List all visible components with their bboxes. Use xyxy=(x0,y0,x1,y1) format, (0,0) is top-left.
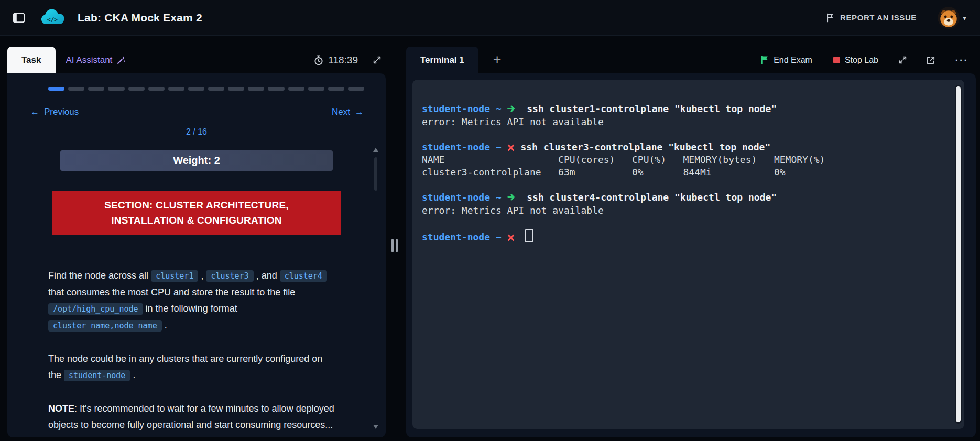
section-banner: SECTION: CLUSTER ARCHITECTURE, INSTALLAT… xyxy=(52,191,341,235)
tab-terminal-1[interactable]: Terminal 1 xyxy=(406,47,478,73)
terminal-line xyxy=(422,179,937,191)
terminal-cursor xyxy=(525,229,533,242)
chevron-down-icon: ▾ xyxy=(963,14,966,22)
progress-segment[interactable] xyxy=(288,87,304,91)
tab-task[interactable]: Task xyxy=(7,47,56,73)
progress-segment[interactable] xyxy=(228,87,244,91)
stop-lab-label: Stop Lab xyxy=(845,56,878,65)
inline-code-chip: /opt/high_cpu_node xyxy=(48,303,143,315)
previous-label: Previous xyxy=(44,107,79,117)
more-options-button[interactable]: ⋯ xyxy=(952,51,971,69)
task-tab-bar: Task AI Assistant 118:39 xyxy=(7,47,386,73)
terminal-line: student-node ~ xyxy=(422,229,937,244)
prompt-host: student-node xyxy=(422,231,490,242)
open-new-window-button[interactable] xyxy=(924,53,938,67)
avatar-button[interactable]: ▾ xyxy=(934,6,970,29)
expand-icon xyxy=(373,56,382,64)
terminal-window[interactable]: student-node ~ ssh cluster1-controlplane… xyxy=(412,80,964,429)
expand-terminal-button[interactable] xyxy=(896,53,909,67)
prompt-error-x-icon xyxy=(507,144,515,151)
weight-banner: Weight: 2 xyxy=(60,150,333,171)
inline-code-chip: cluster_name,node_name xyxy=(48,320,162,332)
terminal-scrollbar xyxy=(955,85,962,424)
progress-segment[interactable] xyxy=(108,87,124,91)
progress-segment[interactable] xyxy=(248,87,264,91)
magic-wand-icon xyxy=(117,56,126,64)
inline-code-chip: student-node xyxy=(64,370,130,381)
terminal-output: student-node ~ ssh cluster1-controlplane… xyxy=(422,103,937,244)
terminal-panel-body: student-node ~ ssh cluster1-controlplane… xyxy=(406,73,976,437)
terminal-line: student-node ~ ssh cluster1-controlplane… xyxy=(422,103,937,116)
terminal-line xyxy=(422,217,937,229)
exam-timer: 118:39 xyxy=(314,47,358,73)
previous-button[interactable]: ← Previous xyxy=(27,106,82,118)
scroll-down-button[interactable] xyxy=(373,425,378,429)
tab-ai-assistant[interactable]: AI Assistant xyxy=(56,47,137,73)
end-exam-label: End Exam xyxy=(774,56,812,65)
terminal-scrollbar-thumb[interactable] xyxy=(956,86,961,422)
terminal-tab-label: Terminal 1 xyxy=(420,55,464,65)
kodekloud-logo[interactable]: </> xyxy=(39,8,66,27)
panel-divider-handle[interactable] xyxy=(391,239,398,252)
tab-ai-label: AI Assistant xyxy=(66,55,113,65)
inline-code-chip: cluster3 xyxy=(206,270,253,282)
sidebar-toggle-button[interactable] xyxy=(10,10,27,25)
task-paragraph: The node could be in any clusters that a… xyxy=(48,351,337,384)
progress-segment[interactable] xyxy=(88,87,104,91)
terminal-line xyxy=(422,128,937,141)
terminal-line: cluster3-controlplane 63m 0% 844Mi 0% xyxy=(422,166,937,179)
flag-icon xyxy=(826,13,835,23)
terminal-tab-bar: Terminal 1 + End Exam Stop Lab xyxy=(406,47,976,73)
scroll-up-button[interactable] xyxy=(373,148,378,152)
progress-segment[interactable] xyxy=(188,87,204,91)
expand-task-panel-button[interactable] xyxy=(371,47,384,73)
svg-text:</>: </> xyxy=(47,16,58,23)
green-flag-icon xyxy=(761,56,769,64)
progress-segment[interactable] xyxy=(68,87,84,91)
task-paragraphs: Find the node across all cluster1 , clus… xyxy=(48,268,337,433)
timer-value: 118:39 xyxy=(328,54,358,66)
ellipsis-icon: ⋯ xyxy=(954,53,968,67)
terminal-line: error: Metrics API not available xyxy=(422,204,937,217)
terminal-line: student-node ~ ssh cluster4-controlplane… xyxy=(422,191,937,204)
top-bar: </> Lab: CKA Mock Exam 2 REPORT AN ISSUE xyxy=(0,0,980,36)
next-label: Next xyxy=(332,107,350,117)
stop-square-icon xyxy=(833,57,840,63)
progress-segment[interactable] xyxy=(328,87,344,91)
task-paragraph: Find the node across all cluster1 , clus… xyxy=(48,268,337,334)
terminal-line: student-node ~ ssh cluster3-controlplane… xyxy=(422,141,937,153)
prompt-success-arrow-icon xyxy=(507,103,516,116)
tab-task-label: Task xyxy=(21,55,41,65)
end-exam-button[interactable]: End Exam xyxy=(758,55,815,65)
page-indicator: 2 / 16 xyxy=(7,127,386,137)
task-scrollbar xyxy=(373,148,379,429)
inline-code-chip: cluster1 xyxy=(151,270,198,282)
progress-segment[interactable] xyxy=(48,87,64,91)
progress-segment[interactable] xyxy=(308,87,324,91)
progress-segment[interactable] xyxy=(168,87,184,91)
avatar xyxy=(938,7,960,29)
progress-segment[interactable] xyxy=(148,87,165,91)
expand-icon xyxy=(898,56,907,64)
next-button[interactable]: Next → xyxy=(329,106,367,118)
arrow-right-icon: → xyxy=(355,107,364,117)
task-paragraph: NOTE: It's recommended to wait for a few… xyxy=(48,401,337,433)
report-issue-label: REPORT AN ISSUE xyxy=(840,13,917,22)
prompt-host: student-node xyxy=(422,192,490,203)
stop-lab-button[interactable]: Stop Lab xyxy=(830,55,881,65)
terminal-line: error: Metrics API not available xyxy=(422,116,937,128)
progress-segment[interactable] xyxy=(128,87,145,91)
prompt-host: student-node xyxy=(422,103,490,114)
timer-icon xyxy=(314,55,323,65)
report-issue-button[interactable]: REPORT AN ISSUE xyxy=(823,13,920,23)
task-panel-body: ← Previous Next → 2 / 16 Weight: 2 SECTI… xyxy=(7,73,386,437)
question-nav: ← Previous Next → xyxy=(27,106,367,118)
terminal-line: NAME CPU(cores) CPU(%) MEMORY(bytes) MEM… xyxy=(422,153,937,166)
inline-code-chip: cluster4 xyxy=(280,270,327,282)
progress-segment[interactable] xyxy=(348,87,364,91)
progress-segment[interactable] xyxy=(208,87,224,91)
add-terminal-button[interactable]: + xyxy=(490,47,505,73)
progress-segment[interactable] xyxy=(268,87,284,91)
external-link-icon xyxy=(926,56,935,65)
scrollbar-thumb[interactable] xyxy=(374,157,377,191)
